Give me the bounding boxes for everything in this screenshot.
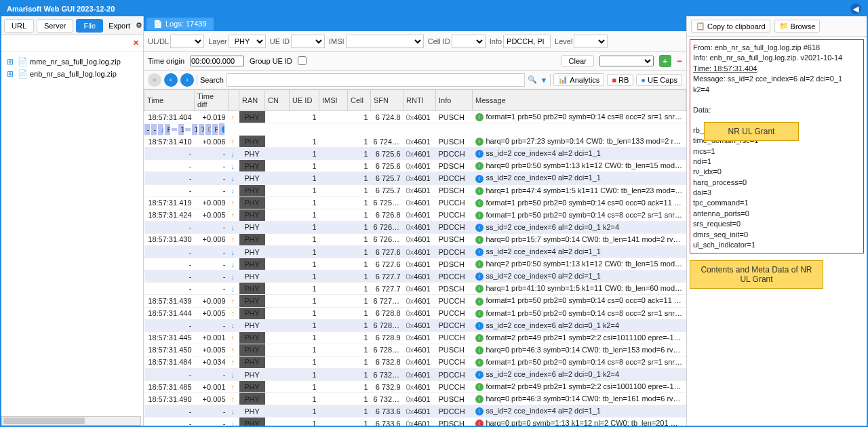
analytics-button[interactable]: 📊Analytics [553,73,604,86]
column-header[interactable]: IMSI [319,90,348,111]
gear-icon[interactable]: ⚙ [136,21,143,30]
table-row[interactable]: 18:57:31.430+0.006↑PHY116 726.190x4601PU… [144,233,686,245]
table-row[interactable]: --↓PHY116 727.70x4601PDSCHiharq=1 prb=41… [144,283,686,295]
find-next-icon[interactable]: ▼ [540,76,547,84]
table-row[interactable]: --↓PHY116 725.70x4601PDCCHiss_id=2 cce_i… [144,172,686,184]
column-header[interactable]: UE ID [290,90,319,111]
clear-filter-icon[interactable]: ✕ [133,39,139,47]
table-row[interactable]: 18:57:31.450+0.005↑PHY116 728.190x4601PU… [144,344,686,356]
clipboard-icon: 📋 [696,22,705,30]
column-header[interactable]: Info [436,90,473,111]
rb-button[interactable]: ■RB [607,74,633,86]
horizontal-scrollbar[interactable] [1,416,141,426]
column-header[interactable]: Time [144,90,195,111]
column-header[interactable]: RNTI [403,90,436,111]
column-header[interactable]: SFN [371,90,403,111]
annotation-grant: NR UL Grant [704,122,799,141]
table-row[interactable]: --↓PHY11724.150x4601PDCCHiss_id=2 cce_in… [144,123,195,136]
table-row[interactable]: 18:57:31.490+0.005↑PHY116 732.190x4601PU… [144,393,686,405]
copy-button[interactable]: 📋Copy to clipboard [691,20,770,33]
logs-tab-label: Logs: 17439 [165,20,207,28]
tree-filter-input[interactable] [5,39,133,47]
level-select[interactable] [574,35,608,48]
table-row[interactable]: 18:57:31.484+0.034↑PHY116 732.80x4601PUC… [144,356,686,368]
table-row[interactable]: 18:57:31.419+0.009↑PHY116 725.180x4601PU… [144,197,686,209]
table-row[interactable]: --↓PHY116 728.150x4601PDCCHiss_id=2 cce_… [144,319,686,331]
expand-icon: ⊞ [5,57,15,66]
document-icon: 📄 [153,20,163,28]
nav-prev-icon[interactable]: ‹ [164,73,178,87]
expand-icon: ⊞ [5,69,15,79]
clear-button[interactable]: Clear [561,55,594,67]
table-row[interactable]: 18:57:31.445+0.001↑PHY116 728.90x4601PUC… [144,331,686,344]
file-icon: 📄 [18,69,27,79]
table-row[interactable]: 18:57:31.404+0.019↑PHY116 724.80x4601PUS… [144,111,686,123]
layer-select[interactable]: PHY [229,35,266,48]
table-row[interactable]: --↓PHY116 727.60x4601PDSCHiharq=2 prb=0:… [144,258,686,270]
table-row[interactable]: 18:57:31.424+0.005↑PHY116 726.80x4601PUC… [144,209,686,221]
export-button[interactable]: Export [103,20,136,32]
add-icon[interactable]: + [659,55,671,67]
table-row[interactable]: 18:57:31.410+0.006↑PHY116 724.190x4601PU… [144,136,686,148]
tab-url[interactable]: URL [4,19,34,33]
column-header[interactable]: CN [265,90,290,111]
nav-next-icon[interactable]: › [180,73,194,87]
column-header[interactable]: Time diff [195,90,229,111]
browse-button[interactable]: 📁Browse [774,20,821,33]
column-header[interactable] [229,90,239,111]
table-row[interactable]: --↓PHY116 727.70x4601PDCCHiss_id=2 cce_i… [144,270,686,283]
table-row[interactable]: --↓PHY116 727.60x4601PDCCHiss_id=2 cce_i… [144,246,686,258]
tree-item[interactable]: ⊞📄enb_nr_sa_full_log.log.zip [5,68,139,80]
table-row[interactable]: 18:57:31.444+0.005↑PHY116 728.80x4601PUC… [144,307,686,319]
timeorigin-input[interactable] [190,56,244,66]
ueid-select[interactable] [291,35,325,48]
table-row[interactable]: 18:57:31.439+0.009↑PHY116 727.180x4601PU… [144,295,686,307]
binoculars-icon[interactable]: 🔍 [528,75,537,84]
table-row[interactable]: 18:57:31.485+0.001↑PHY116 732.90x4601PUC… [144,381,686,393]
remove-icon[interactable]: − [677,56,682,66]
nav-first-icon[interactable]: « [148,73,161,87]
table-row[interactable]: --↓PHY116 733.60x4601PDSCHiharq=0 prb=0 … [144,418,686,426]
column-header[interactable]: RAN [239,90,265,111]
clear-select[interactable] [599,56,654,66]
imsi-select[interactable] [346,35,424,48]
cellid-select[interactable] [452,35,486,48]
uldl-select[interactable] [170,35,204,48]
annotation-contents: Contents and Meta Data of NR UL Grant [690,260,823,289]
collapse-left-icon[interactable]: ◀ [850,3,861,14]
table-row[interactable]: --↓PHY116 732.150x4601PDCCHiss_id=2 cce_… [144,368,686,380]
table-row[interactable]: --↓PHY116 726.150x4601PDCCHiss_id=2 cce_… [144,221,686,233]
file-icon: 📄 [18,57,27,66]
column-header[interactable]: Message [473,90,686,111]
tab-file[interactable]: File [76,19,103,33]
app-title: Amarisoft Web GUI 2023-12-20 [7,5,115,13]
column-header[interactable]: Cell [348,90,371,111]
table-row[interactable]: --↓PHY116 725.70x4601PDSCHiharq=1 prb=47… [144,184,686,197]
folder-icon: 📁 [779,22,789,30]
tab-server[interactable]: Server [37,19,73,33]
table-row[interactable]: --↓PHY116 725.60x4601PDCCHiss_id=2 cce_i… [144,148,686,160]
detail-panel: From: enb_nr_sa_full_log.log.zip #618 In… [690,39,864,253]
table-row[interactable]: --↓PHY116 733.60x4601PDCCHiss_id=2 cce_i… [144,405,686,418]
table-row[interactable]: --↓PHY116 725.60x4601PDSCHiharq=0 prb=0:… [144,160,686,172]
groupue-checkbox[interactable] [298,56,307,65]
info-input[interactable] [503,35,551,48]
search-input[interactable] [226,73,526,87]
logs-tab[interactable]: 📄 Logs: 17439 [146,18,214,30]
uecaps-button[interactable]: ●UE Caps [636,74,682,86]
tree-item[interactable]: ⊞📄mme_nr_sa_full_log.log.zip [5,56,139,68]
